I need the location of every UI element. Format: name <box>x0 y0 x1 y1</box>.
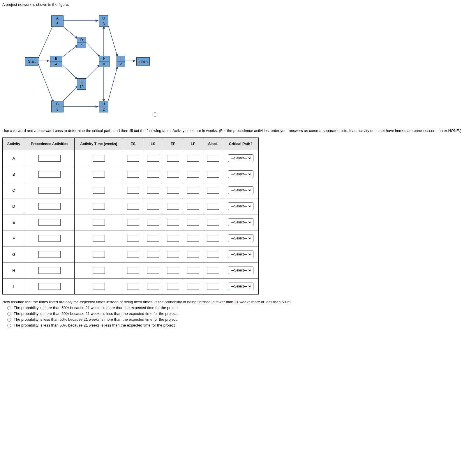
precedence-input[interactable] <box>38 171 61 178</box>
critical-path-select[interactable]: ---Select--- <box>229 188 252 193</box>
ef-input[interactable] <box>167 235 179 242</box>
es-input[interactable] <box>127 235 139 242</box>
precedence-input[interactable] <box>38 251 61 258</box>
es-input[interactable] <box>127 283 139 290</box>
ef-input[interactable] <box>167 155 179 162</box>
critical-path-select[interactable]: ---Select--- <box>229 236 252 241</box>
lf-input[interactable] <box>187 283 199 290</box>
precedence-input[interactable] <box>38 203 61 210</box>
precedence-input[interactable] <box>38 219 61 226</box>
slack-input[interactable] <box>207 187 219 194</box>
radio-input[interactable] <box>7 324 11 327</box>
node-H: H 2 <box>99 101 108 112</box>
ls-input[interactable] <box>147 235 159 242</box>
critical-path-select[interactable]: ---Select--- <box>229 156 252 161</box>
lf-input[interactable] <box>187 171 199 178</box>
es-input[interactable] <box>127 251 139 258</box>
time-input[interactable] <box>93 171 105 178</box>
ls-input[interactable] <box>147 187 159 194</box>
cell-crit: ---Select--- <box>223 182 258 198</box>
time-input[interactable] <box>93 251 105 258</box>
lf-input[interactable] <box>187 267 199 274</box>
ef-input[interactable] <box>167 203 179 210</box>
time-input[interactable] <box>93 203 105 210</box>
slack-input[interactable] <box>207 219 219 226</box>
es-input[interactable] <box>127 187 139 194</box>
radio-input[interactable] <box>7 306 11 310</box>
cell-ls <box>143 230 163 246</box>
critical-path-select[interactable]: ---Select--- <box>229 220 252 225</box>
time-input[interactable] <box>93 283 105 290</box>
precedence-input[interactable] <box>38 267 61 274</box>
ef-input[interactable] <box>167 171 179 178</box>
ef-input[interactable] <box>167 251 179 258</box>
lf-input[interactable] <box>187 155 199 162</box>
ls-input[interactable] <box>147 203 159 210</box>
ef-input[interactable] <box>167 187 179 194</box>
es-input[interactable] <box>127 155 139 162</box>
ef-input[interactable] <box>167 267 179 274</box>
ls-input[interactable] <box>147 219 159 226</box>
es-input[interactable] <box>127 267 139 274</box>
slack-input[interactable] <box>207 203 219 210</box>
node-value: 12 <box>77 84 86 89</box>
cell-ls <box>143 150 163 166</box>
critical-path-select[interactable]: ---Select--- <box>229 172 252 177</box>
precedence-input[interactable] <box>38 187 61 194</box>
ef-input[interactable] <box>167 283 179 290</box>
slack-input[interactable] <box>207 267 219 274</box>
ls-input[interactable] <box>147 251 159 258</box>
ls-input[interactable] <box>147 155 159 162</box>
slack-input[interactable] <box>207 171 219 178</box>
cell-slack <box>203 150 223 166</box>
critical-path-select[interactable]: ---Select--- <box>229 252 252 257</box>
node-value: 10 <box>99 61 109 67</box>
cell-activity: B <box>3 166 25 182</box>
slack-input[interactable] <box>207 251 219 258</box>
ef-input[interactable] <box>167 219 179 226</box>
info-icon[interactable]: i <box>153 112 157 117</box>
es-input[interactable] <box>127 203 139 210</box>
lf-input[interactable] <box>187 203 199 210</box>
node-E: E 12 <box>77 78 86 90</box>
cell-time <box>74 278 123 295</box>
time-input[interactable] <box>93 187 105 194</box>
critical-path-select[interactable]: ---Select--- <box>229 268 252 273</box>
cell-activity: F <box>3 230 25 246</box>
cell-crit: ---Select--- <box>223 166 258 182</box>
lf-input[interactable] <box>187 235 199 242</box>
q2-prompt-before: Now assume that the times listed are onl… <box>2 300 234 304</box>
radio-input[interactable] <box>7 318 11 322</box>
es-input[interactable] <box>127 171 139 178</box>
ls-input[interactable] <box>147 283 159 290</box>
time-input[interactable] <box>93 267 105 274</box>
node-value: 2 <box>99 107 108 112</box>
slack-input[interactable] <box>207 235 219 242</box>
time-input[interactable] <box>93 155 105 162</box>
cell-activity: A <box>3 150 25 166</box>
precedence-input[interactable] <box>38 155 61 162</box>
es-input[interactable] <box>127 219 139 226</box>
radio-input[interactable] <box>7 312 11 316</box>
cell-lf <box>183 166 203 182</box>
lf-input[interactable] <box>187 251 199 258</box>
ls-input[interactable] <box>147 171 159 178</box>
node-label: C <box>52 101 63 107</box>
cell-precedence <box>25 246 75 262</box>
time-input[interactable] <box>93 219 105 226</box>
th-slack: Slack <box>203 138 223 150</box>
node-B: B 4 <box>50 56 62 67</box>
precedence-input[interactable] <box>38 235 61 242</box>
precedence-input[interactable] <box>38 283 61 290</box>
node-label: G <box>99 16 108 21</box>
critical-path-select[interactable]: ---Select--- <box>229 204 252 209</box>
node-label: F <box>99 56 109 61</box>
critical-path-select[interactable]: ---Select--- <box>229 284 252 289</box>
lf-input[interactable] <box>187 219 199 226</box>
slack-input[interactable] <box>207 283 219 290</box>
time-input[interactable] <box>93 235 105 242</box>
node-value: 9 <box>52 107 63 112</box>
slack-input[interactable] <box>207 155 219 162</box>
lf-input[interactable] <box>187 187 199 194</box>
ls-input[interactable] <box>147 267 159 274</box>
